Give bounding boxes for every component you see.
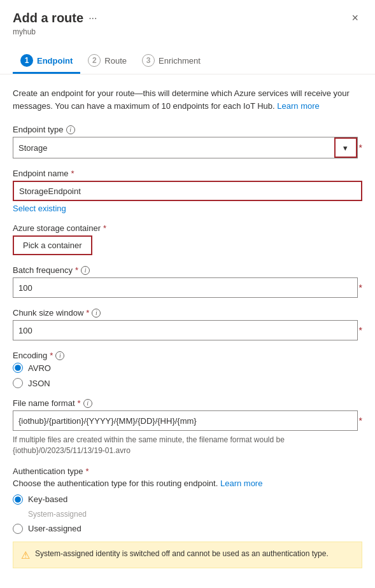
endpoint-name-label: Endpoint name *: [13, 169, 362, 178]
file-name-info-icon[interactable]: i: [83, 399, 92, 408]
chevron-down-icon: ▾: [343, 143, 348, 153]
file-name-format-label: File name format * i: [13, 398, 362, 408]
step-endpoint[interactable]: 1 Endpoint: [13, 49, 80, 74]
learn-more-link[interactable]: Learn more: [277, 101, 319, 111]
chunk-size-input[interactable]: [13, 320, 358, 340]
auth-key-based-radio[interactable]: [13, 494, 23, 505]
step-enrichment[interactable]: 3 Enrichment: [134, 49, 208, 74]
auth-type-required: *: [86, 466, 89, 476]
chunk-size-input-row: *: [13, 320, 362, 340]
storage-container-required: *: [103, 223, 106, 233]
panel-header: Add a route ··· × myhub 1 Endpoint 2 Rou…: [0, 0, 375, 74]
auth-type-description: Choose the authentication type for this …: [13, 479, 362, 488]
file-name-asterisk: *: [359, 416, 362, 426]
description-text: Create an endpoint for your route—this w…: [13, 87, 362, 112]
auth-system-assigned-sublabel: System-assigned: [28, 510, 362, 519]
auth-radio-group: Key-based System-assigned User-assigned: [13, 494, 362, 534]
encoding-json-label: JSON: [28, 379, 50, 388]
step-2-circle: 2: [88, 54, 101, 67]
warning-box: ⚠ System-assigned identity is switched o…: [13, 542, 362, 568]
chunk-size-window-group: Chunk size window * i *: [13, 308, 362, 340]
azure-storage-container-group: Azure storage container * Pick a contain…: [13, 223, 362, 255]
batch-frequency-label: Batch frequency * i: [13, 265, 362, 275]
filename-hint: If multiple files are created within the…: [13, 435, 362, 456]
chunk-size-required: *: [86, 308, 89, 318]
title-row: Add a route ··· ×: [13, 10, 362, 26]
pick-container-button[interactable]: Pick a container: [13, 235, 92, 255]
endpoint-name-input[interactable]: [13, 181, 362, 201]
batch-freq-asterisk: *: [359, 283, 362, 293]
encoding-avro-radio[interactable]: [13, 363, 23, 373]
panel-body: Create an endpoint for your route—this w…: [0, 74, 375, 588]
endpoint-type-select-wrapper: Storage Event Hubs Service Bus Queue Ser…: [13, 137, 358, 158]
encoding-required: *: [50, 351, 53, 360]
step-1-circle: 1: [20, 54, 33, 67]
step-3-label: Enrichment: [159, 56, 201, 66]
panel-subtitle: myhub: [13, 27, 362, 36]
endpoint-type-label: Endpoint type i: [13, 125, 362, 134]
encoding-label: Encoding * i: [13, 351, 362, 360]
endpoint-name-required: *: [71, 169, 74, 178]
encoding-json-radio[interactable]: [13, 378, 23, 388]
endpoint-type-row: Storage Event Hubs Service Bus Queue Ser…: [13, 137, 362, 158]
chunk-size-info-icon[interactable]: i: [92, 309, 101, 318]
auth-key-based-option[interactable]: Key-based: [13, 494, 362, 505]
file-name-format-group: File name format * i * If multiple files…: [13, 398, 362, 456]
step-1-label: Endpoint: [37, 56, 73, 66]
close-button[interactable]: ×: [348, 10, 362, 26]
encoding-avro-option[interactable]: AVRO: [13, 363, 362, 373]
warning-icon: ⚠: [21, 549, 30, 561]
batch-freq-required: *: [75, 265, 78, 275]
endpoint-type-chevron-button[interactable]: ▾: [334, 137, 357, 158]
chunk-size-asterisk: *: [359, 325, 362, 335]
endpoint-type-info-icon[interactable]: i: [66, 125, 75, 134]
encoding-group: Encoding * i AVRO JSON: [13, 351, 362, 388]
step-3-circle: 3: [142, 54, 155, 67]
encoding-json-option[interactable]: JSON: [13, 378, 362, 388]
endpoint-type-required-star: *: [359, 143, 362, 153]
endpoint-type-select[interactable]: Storage Event Hubs Service Bus Queue Ser…: [13, 137, 334, 158]
auth-type-group: Authentication type * Choose the authent…: [13, 466, 362, 568]
encoding-avro-label: AVRO: [28, 363, 51, 373]
auth-user-assigned-label: User-assigned: [28, 524, 81, 533]
add-route-panel: Add a route ··· × myhub 1 Endpoint 2 Rou…: [0, 0, 375, 588]
panel-title: Add a route: [13, 11, 83, 25]
batch-frequency-input-row: *: [13, 277, 362, 298]
ellipsis-button[interactable]: ···: [88, 13, 97, 24]
batch-frequency-info-icon[interactable]: i: [81, 266, 90, 275]
auth-user-assigned-option[interactable]: User-assigned: [13, 524, 362, 534]
step-2-label: Route: [104, 56, 127, 66]
step-route[interactable]: 2 Route: [80, 49, 134, 74]
file-name-required: *: [78, 398, 81, 408]
steps-row: 1 Endpoint 2 Route 3 Enrichment: [13, 43, 362, 74]
batch-frequency-group: Batch frequency * i *: [13, 265, 362, 298]
encoding-radio-group: AVRO JSON: [13, 363, 362, 388]
auth-type-label: Authentication type *: [13, 466, 362, 476]
auth-user-assigned-radio[interactable]: [13, 524, 23, 534]
azure-storage-container-label: Azure storage container *: [13, 223, 362, 233]
warning-text: System-assigned identity is switched off…: [35, 549, 329, 559]
select-existing-link[interactable]: Select existing: [13, 204, 66, 213]
endpoint-type-group: Endpoint type i Storage Event Hubs Servi…: [13, 125, 362, 158]
auth-learn-more-link[interactable]: Learn more: [220, 479, 262, 488]
encoding-info-icon[interactable]: i: [55, 351, 64, 360]
batch-frequency-input[interactable]: [13, 277, 358, 298]
auth-key-based-label: Key-based: [28, 494, 67, 504]
file-name-format-input[interactable]: [13, 410, 358, 431]
endpoint-name-group: Endpoint name * Select existing: [13, 169, 362, 213]
chunk-size-label: Chunk size window * i: [13, 308, 362, 318]
file-name-input-row: *: [13, 410, 362, 431]
